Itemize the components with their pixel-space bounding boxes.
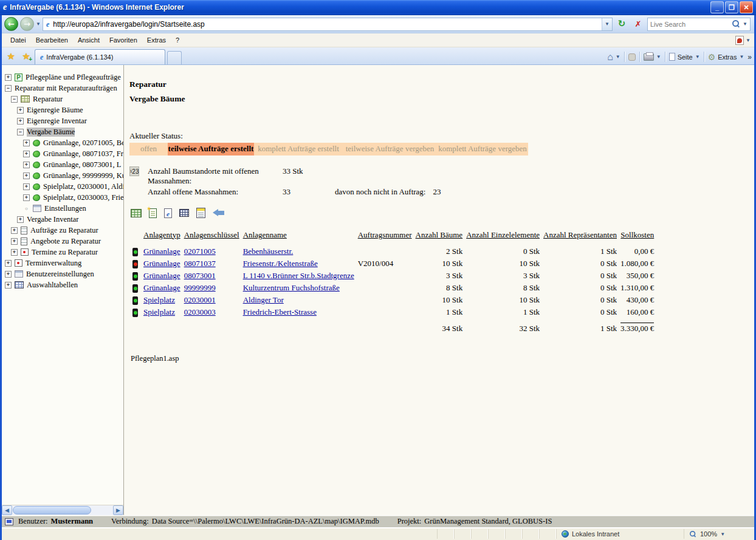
- maximize-button[interactable]: ❐: [725, 1, 738, 13]
- close-button[interactable]: ✕: [740, 1, 753, 13]
- scrollbar-thumb[interactable]: [13, 506, 91, 514]
- column-header[interactable]: Auftragsnummer: [356, 229, 414, 241]
- tree-item[interactable]: +Grünanlage, 08071037, Friesenstr./Kelte…: [2, 148, 123, 159]
- tree-item[interactable]: +Eigenregie Inventar: [2, 115, 123, 126]
- expand-icon[interactable]: +: [5, 282, 12, 289]
- tree-item[interactable]: +Grünanlage, 02071005, Bebenhäuserstr.: [2, 137, 123, 148]
- expand-icon[interactable]: +: [23, 183, 30, 190]
- tree-item[interactable]: −Reparatur: [2, 94, 123, 104]
- expand-icon[interactable]: +: [17, 107, 24, 114]
- zoom-dropdown-icon[interactable]: ▼: [720, 531, 725, 537]
- expand-icon[interactable]: +: [5, 271, 12, 278]
- name-link[interactable]: Friedrich-Ebert-Strasse: [243, 307, 317, 316]
- collapse-icon[interactable]: −: [17, 129, 24, 135]
- expand-icon[interactable]: +: [5, 74, 12, 81]
- schluessel-link[interactable]: 02030001: [184, 295, 216, 304]
- tree-item[interactable]: +Terminverwaltung: [2, 258, 123, 268]
- name-link[interactable]: Friesenstr./Keltenstraße: [243, 259, 318, 268]
- tools-dropdown-icon[interactable]: ▼: [739, 54, 744, 60]
- calendar-icon[interactable]: [196, 208, 205, 218]
- anlagentyp-link[interactable]: Grünanlage: [143, 259, 180, 268]
- home-dropdown-icon[interactable]: ▼: [616, 54, 620, 60]
- tree-item[interactable]: +Spielplatz, 02030001, Aldinger Tor: [2, 181, 123, 192]
- print-icon[interactable]: [644, 53, 654, 61]
- minimize-button[interactable]: _: [710, 1, 724, 13]
- zoom-control[interactable]: 100% ▼: [684, 529, 752, 539]
- favorites-center-icon[interactable]: ★: [4, 50, 18, 63]
- anlagentyp-link[interactable]: Spielplatz: [143, 307, 175, 316]
- grid-green-icon[interactable]: [131, 209, 142, 217]
- scroll-left-icon[interactable]: ◀: [2, 505, 12, 515]
- search-icon[interactable]: [732, 20, 740, 28]
- stop-button[interactable]: ✗: [631, 17, 645, 32]
- search-dropdown-icon[interactable]: ▼: [740, 21, 750, 27]
- address-input[interactable]: [52, 19, 602, 29]
- expand-icon[interactable]: +: [5, 260, 12, 267]
- expand-icon[interactable]: +: [11, 249, 18, 256]
- expand-icon[interactable]: +: [23, 140, 30, 146]
- tree-item[interactable]: +Grünanlage, 99999999, Kulturzentrum Fu: [2, 170, 123, 181]
- schluessel-link[interactable]: 08071037: [184, 259, 216, 268]
- new-document-icon[interactable]: [149, 208, 157, 218]
- column-header[interactable]: Anlagenschlüssel: [182, 229, 241, 241]
- back-arrow-icon[interactable]: [213, 209, 225, 217]
- expand-icon[interactable]: +: [23, 173, 30, 179]
- add-favorite-icon[interactable]: ★: [19, 50, 33, 63]
- tree-item[interactable]: +Grünanlage, 08073001, L 1140 v.Brünner: [2, 159, 123, 170]
- collapse-icon[interactable]: −: [5, 85, 12, 92]
- tree-item[interactable]: +Aufträge zu Reparatur: [2, 225, 123, 236]
- tree-horizontal-scrollbar[interactable]: ◀ ▶: [2, 505, 123, 515]
- column-header[interactable]: Anzahl Repräsentanten: [541, 229, 619, 241]
- menu-item-datei[interactable]: Datei: [5, 35, 31, 46]
- column-header[interactable]: Anlagentyp: [142, 229, 182, 241]
- pdf-dropdown-icon[interactable]: ▼: [746, 38, 751, 43]
- schluessel-link[interactable]: 02030003: [184, 307, 216, 316]
- home-icon[interactable]: ⌂: [607, 52, 613, 62]
- tree-item[interactable]: +Vergabe Inventar: [2, 214, 123, 225]
- tree-item[interactable]: +Termine zu Reparatur: [2, 247, 123, 258]
- feeds-icon[interactable]: [628, 53, 636, 61]
- column-header[interactable]: Anzahl Bäume: [414, 229, 465, 241]
- search-input[interactable]: [648, 21, 732, 28]
- menu-item-help[interactable]: ?: [171, 35, 184, 46]
- tree-item[interactable]: +Angebote zu Reparatur: [2, 236, 123, 247]
- forward-button[interactable]: →: [20, 17, 34, 31]
- refresh-button[interactable]: ↻: [614, 17, 629, 32]
- schluessel-link[interactable]: 02071005: [184, 247, 216, 256]
- expand-icon[interactable]: +: [17, 118, 24, 125]
- tree-item[interactable]: +Auswahltabellen: [2, 279, 123, 290]
- anlagentyp-link[interactable]: Grünanlage: [143, 247, 180, 256]
- anlagentyp-link[interactable]: Grünanlage: [143, 271, 180, 280]
- tools-menu-label[interactable]: Extras: [718, 53, 737, 61]
- expand-icon[interactable]: +: [11, 238, 18, 245]
- anlagentyp-link[interactable]: Grünanlage: [143, 283, 180, 292]
- back-button[interactable]: ←: [4, 17, 18, 31]
- page-menu-icon[interactable]: [669, 53, 675, 61]
- collapse-icon[interactable]: −: [11, 96, 18, 103]
- schluessel-link[interactable]: 99999999: [184, 283, 216, 292]
- page-menu-label[interactable]: Seite: [678, 53, 693, 61]
- chevron-overflow-icon[interactable]: »: [747, 52, 752, 61]
- tree-item[interactable]: −Reparatur mit Reparaturaufträgen: [2, 83, 123, 94]
- expand-icon[interactable]: +: [17, 216, 24, 223]
- tree-item[interactable]: +Eigenregie Bäume: [2, 104, 123, 115]
- history-dropdown-icon[interactable]: ▼: [36, 21, 41, 27]
- gear-icon[interactable]: ⚙: [708, 53, 716, 61]
- expand-icon[interactable]: +: [23, 194, 30, 201]
- column-header[interactable]: Anzahl Einzelelemente: [464, 229, 541, 241]
- address-dropdown-icon[interactable]: ▼: [602, 18, 612, 30]
- menu-item-favoriten[interactable]: Favoriten: [105, 35, 142, 46]
- column-header[interactable]: Sollkosten: [619, 229, 656, 241]
- expand-icon[interactable]: +: [23, 151, 30, 157]
- menu-item-bearbeiten[interactable]: Bearbeiten: [31, 35, 73, 46]
- expand-icon[interactable]: +: [11, 227, 18, 234]
- anlagentyp-link[interactable]: Spielplatz: [143, 295, 175, 304]
- scroll-right-icon[interactable]: ▶: [113, 505, 123, 515]
- grid-dark-icon[interactable]: [179, 209, 189, 217]
- expand-icon[interactable]: +: [23, 162, 30, 168]
- tree-item[interactable]: +PPflegepläne und Pflegeaufträge: [2, 72, 123, 83]
- tree-item[interactable]: +Benutzereinstellungen: [2, 268, 123, 279]
- name-link[interactable]: L 1140 v.Brünner Str.b.Stadtgrenze: [243, 271, 354, 280]
- name-link[interactable]: Bebenhäuserstr.: [243, 247, 294, 256]
- column-header[interactable]: Anlagenname: [241, 229, 356, 241]
